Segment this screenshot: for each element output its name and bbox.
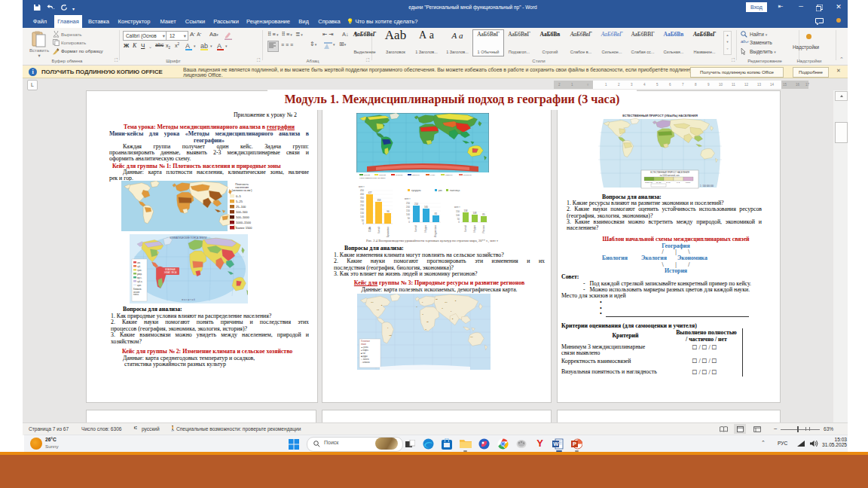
svg-text:ЕСТЕСТВЕННЫЙ ПРИРОСТ НАСЕЛЕНИЯ: ЕСТЕСТВЕННЫЙ ПРИРОСТ НАСЕЛЕНИЯ	[650, 171, 689, 174]
svg-text:427: 427	[368, 191, 371, 194]
svg-text:пшеница: пшеница	[450, 189, 460, 192]
svg-text:25–100: 25–100	[236, 205, 246, 209]
svg-text:150: 150	[360, 212, 364, 215]
svg-text:108: 108	[472, 212, 476, 215]
svg-text:50: 50	[408, 217, 411, 220]
svg-text:на 1000 жителей, чел.: на 1000 жителей, чел.	[660, 174, 680, 177]
svg-text:250: 250	[360, 204, 364, 207]
svg-text:Индия: Индия	[473, 225, 476, 233]
svg-text:Индонезия: Индонезия	[434, 225, 437, 237]
svg-text:1000–1500: 1000–1500	[236, 221, 252, 224]
svg-text:300: 300	[360, 200, 364, 203]
svg-text:сухие: сухие	[430, 174, 436, 176]
svg-text:КЛИМАТИЧЕСКИЕ ПОЯСА ЗЕМЛИ: КЛИМАТИЧЕСКИЕ ПОЯСА ЗЕМЛИ	[170, 236, 207, 239]
svg-text:450: 450	[360, 189, 364, 192]
svg-text:■ газ: ■ газ	[361, 352, 366, 355]
svg-text:Карта климатических зон мира: Карта климатических зон мира	[359, 177, 386, 179]
svg-text:▲: ▲	[442, 307, 443, 309]
svg-text:Более 1500: Более 1500	[236, 226, 252, 230]
svg-text:Китай: Китай	[414, 225, 417, 232]
svg-text:150: 150	[456, 210, 460, 213]
svg-text:▲: ▲	[425, 328, 426, 330]
svg-text:рис: рис	[439, 189, 443, 192]
svg-text:100–500: 100–500	[236, 210, 248, 214]
svg-text:Китай: Китай	[464, 225, 467, 232]
svg-text:пояса: пояса	[133, 294, 139, 296]
svg-text:Китай: Китай	[377, 227, 381, 233]
svg-text:100: 100	[360, 215, 364, 218]
svg-text:▲: ▲	[416, 306, 417, 307]
svg-text:100: 100	[456, 214, 460, 217]
svg-text:ВЛАЖНЫЕ: ВЛАЖНЫЕ	[165, 268, 176, 271]
svg-text:ЭКВАТ. ЛЕСА: ЭКВАТ. ЛЕСА	[164, 271, 177, 274]
svg-text:ЕСТЕСТВЕННЫЙ ПРИРОСТ (УБЫЛЬ) Н: ЕСТЕСТВЕННЫЙ ПРИРОСТ (УБЫЛЬ) НАСЕЛЕНИЯ	[622, 114, 698, 117]
svg-text:(человек на км²): (человек на км²)	[232, 189, 252, 192]
svg-text:0–5: 0–5	[236, 194, 241, 198]
svg-text:Индия: Индия	[424, 225, 427, 233]
svg-text:умер.: умер.	[137, 273, 142, 276]
svg-text:Бразилия: Бразилия	[387, 227, 390, 237]
svg-text:кукуруза: кукуруза	[411, 189, 421, 192]
svg-text:млн т: млн т	[359, 185, 365, 188]
svg-text:● нефть: ● нефть	[361, 349, 368, 352]
svg-text:81: 81	[435, 212, 438, 215]
svg-text:▲: ▲	[422, 313, 423, 315]
svg-text:134: 134	[463, 209, 467, 212]
svg-text:200: 200	[360, 208, 364, 211]
svg-text:1 : 100 000 000: 1 : 100 000 000	[700, 185, 714, 188]
svg-text:Условные: Условные	[361, 340, 370, 343]
svg-text:А: А	[217, 42, 222, 50]
svg-text:▲ уголь: ▲ уголь	[361, 346, 368, 349]
svg-text:96: 96	[387, 210, 390, 213]
svg-text:высотные: высотные	[463, 174, 472, 176]
svg-text:100: 100	[406, 213, 410, 216]
svg-text:млн т: млн т	[405, 197, 411, 200]
svg-text:○ алмазы: ○ алмазы	[361, 361, 370, 364]
svg-text:2–10: 2–10	[666, 181, 671, 184]
svg-text:200: 200	[406, 206, 410, 209]
svg-text:мусс.: мусс.	[137, 277, 142, 279]
svg-text:◆ руды: ◆ руды	[361, 355, 368, 358]
svg-text:350: 350	[360, 197, 364, 200]
svg-text:ab: ab	[200, 42, 208, 50]
svg-text:165: 165	[424, 206, 428, 209]
svg-text:214: 214	[414, 203, 418, 206]
svg-text:P: P	[573, 441, 576, 447]
svg-text:0–2: 0–2	[677, 181, 680, 184]
svg-text:500–1000: 500–1000	[236, 215, 250, 219]
svg-text:359: 359	[377, 199, 381, 202]
svg-text:аркт.: аркт.	[137, 285, 142, 287]
svg-text:△ золото: △ золото	[361, 358, 369, 361]
svg-text:●▲: ●▲	[377, 309, 380, 310]
svg-text:влажные: влажные	[412, 174, 420, 176]
svg-text:троп.: троп.	[137, 270, 142, 272]
svg-text:экв.: экв.	[137, 262, 141, 264]
svg-text:млн т: млн т	[454, 206, 460, 209]
svg-text:более 20: более 20	[645, 181, 653, 184]
svg-text:Климати-: Климати-	[133, 288, 142, 291]
svg-text:убыль: убыль	[686, 181, 692, 184]
svg-text:Россия: Россия	[482, 225, 485, 233]
svg-text:10–20: 10–20	[656, 181, 662, 184]
svg-text:400: 400	[360, 193, 364, 196]
svg-text:пустыни: пустыни	[396, 174, 403, 176]
svg-text:85: 85	[482, 213, 485, 216]
svg-text:знаки: знаки	[361, 343, 366, 346]
svg-text:150: 150	[406, 209, 410, 212]
svg-text:м а с ш т а б: м а с ш т а б	[182, 298, 195, 301]
svg-text:5–25: 5–25	[236, 200, 243, 203]
svg-text:W: W	[553, 441, 559, 447]
svg-text:США: США	[368, 226, 371, 232]
svg-text:А: А	[185, 42, 190, 50]
svg-text:суб-а.: суб-а.	[137, 280, 142, 283]
svg-text:саванны: саванны	[445, 174, 453, 176]
svg-text:250: 250	[406, 202, 410, 205]
svg-text:суб.: суб.	[137, 265, 141, 268]
